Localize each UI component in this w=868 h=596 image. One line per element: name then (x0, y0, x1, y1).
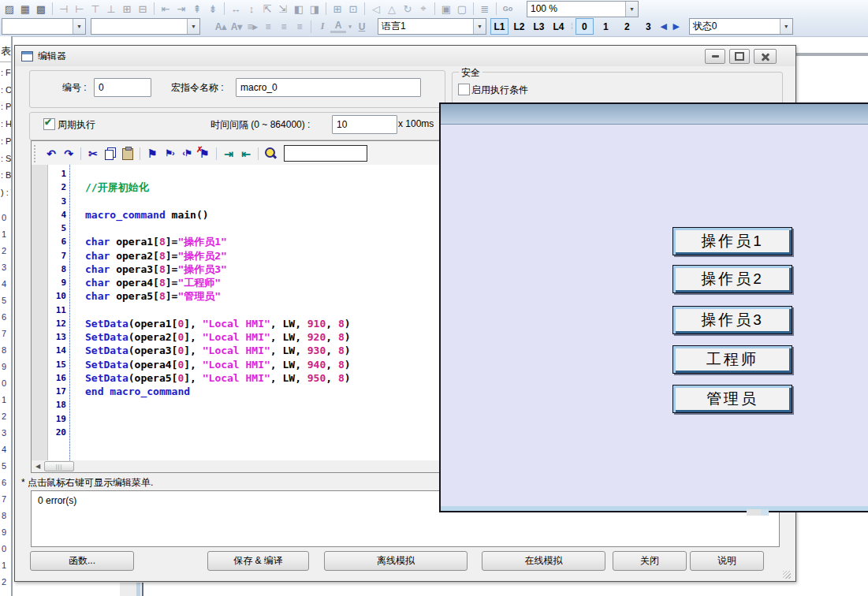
distribute-horizontal-icon[interactable]: ⇤ (158, 2, 173, 16)
code-line[interactable]: SetData(opera1[0], "Local HMI", LW, 910,… (85, 317, 441, 330)
engineer-button[interactable]: 工程师 (672, 345, 792, 374)
sidebar-item-fragment[interactable]: 2 (2, 577, 6, 587)
operator2-button[interactable]: 操作员2 (672, 265, 792, 293)
online-simulation-button[interactable]: 在线模拟 (482, 551, 605, 571)
rotate-icon[interactable]: ↻ (400, 2, 415, 16)
sidebar-item-fragment[interactable]: 8 (2, 345, 6, 355)
redo-icon[interactable]: ↷ (60, 145, 77, 162)
code-line[interactable]: macro_command main() (85, 208, 441, 222)
code-line[interactable] (85, 426, 441, 439)
selection-margin[interactable] (32, 165, 48, 460)
maximize-button[interactable] (729, 49, 750, 64)
macro-name-input[interactable]: macro_0 (236, 78, 421, 97)
chevron-down-icon[interactable]: ▼ (473, 19, 486, 34)
sidebar-item-fragment[interactable]: : Ba (1, 170, 13, 180)
chevron-down-icon[interactable]: ▼ (73, 19, 85, 34)
find-input[interactable] (284, 145, 367, 162)
sidebar-item-fragment[interactable]: 8 (2, 511, 6, 520)
sidebar-item-fragment[interactable]: 0 (2, 213, 6, 222)
font-name-combo[interactable]: ▼ (2, 18, 86, 35)
interval-input[interactable]: 10 (332, 115, 397, 134)
find-icon[interactable] (262, 145, 279, 162)
layer-button-L4[interactable]: L4 (549, 18, 568, 35)
snap-grid-icon[interactable]: ⊞ (330, 2, 345, 16)
code-line[interactable]: SetData(opera4[0], "Local HMI", LW, 940,… (85, 358, 441, 371)
state-button-1[interactable]: 1 (597, 18, 615, 35)
align-right-icon[interactable]: ⊢ (72, 2, 88, 16)
save-compile-button[interactable]: 保存 & 编译 (207, 551, 309, 571)
sidebar-item-fragment[interactable]: 1 (2, 561, 6, 570)
state-combo[interactable]: 状态0 ▼ (689, 18, 793, 35)
administrator-button[interactable]: 管理员 (672, 385, 792, 413)
chevron-down-icon[interactable]: ▼ (780, 19, 792, 34)
sidebar-item-fragment[interactable]: : St (1, 154, 13, 163)
code-line[interactable]: SetData(opera3[0], "Local HMI", LW, 930,… (85, 344, 441, 357)
group-icon[interactable]: ▣ (438, 2, 454, 16)
close-dialog-button[interactable]: 关闭 (613, 551, 687, 571)
code-line[interactable]: end macro_command (85, 385, 441, 398)
sidebar-item-fragment[interactable]: 3 (2, 428, 6, 438)
font-color-icon[interactable]: A (330, 20, 346, 33)
state-button-3[interactable]: 3 (639, 18, 658, 35)
offline-simulation-button[interactable]: 离线模拟 (324, 551, 468, 571)
font-size-combo[interactable]: ▼ (91, 18, 200, 35)
fill-pattern-icon[interactable]: ▦ (17, 2, 33, 16)
underline-icon[interactable]: U (354, 20, 370, 34)
scrollbar-thumb[interactable]: ||| (44, 461, 74, 471)
align-text-center-icon[interactable]: ≡ (276, 20, 292, 34)
fill-style-icon[interactable]: ▨ (2, 2, 17, 16)
functions-button[interactable]: 函数... (30, 551, 134, 571)
code-line[interactable] (85, 304, 441, 317)
sidebar-item-fragment[interactable]: : Pa (1, 136, 13, 146)
sidebar-item-fragment[interactable]: 2 (2, 412, 6, 421)
pin-icon[interactable]: ⌖ (415, 2, 431, 16)
horizontal-scrollbar[interactable]: ◀ ||| (31, 460, 442, 473)
code-line[interactable] (85, 167, 441, 181)
sidebar-item-fragment[interactable]: 6 (2, 312, 6, 322)
sidebar-item-fragment[interactable]: 0 (2, 378, 6, 388)
state-button-2[interactable]: 2 (618, 18, 636, 35)
background-scrollbar-fragment[interactable] (120, 583, 143, 596)
layer-button-L1[interactable]: L1 (490, 18, 509, 35)
code-line[interactable]: SetData(opera5[0], "Local HMI", LW, 950,… (85, 371, 441, 385)
layer-button-L2[interactable]: L2 (510, 18, 528, 35)
space-across-icon[interactable]: ⇞ (189, 2, 205, 16)
project-tree-sidebar[interactable]: 表 : Fa: Co: PL: HM: Pa: St: Ba) : V01234… (0, 36, 13, 596)
operator1-button[interactable]: 操作员1 (672, 227, 792, 255)
close-button[interactable] (754, 49, 777, 64)
same-height-icon[interactable]: ↕ (244, 2, 259, 16)
sidebar-item-fragment[interactable]: 3 (2, 263, 6, 272)
flip-horizontal-icon[interactable]: ◁ (368, 2, 384, 16)
sidebar-item-fragment[interactable]: 7 (2, 494, 6, 504)
sidebar-item-fragment[interactable]: : HM (1, 119, 13, 129)
next-state-icon[interactable]: ▶ (670, 21, 683, 32)
operator3-button[interactable]: 操作员3 (672, 306, 792, 334)
chevron-down-icon[interactable]: ▾ (346, 20, 354, 34)
nudge-up-left-icon[interactable]: ⇱ (259, 2, 275, 16)
periodic-checkbox[interactable] (43, 118, 55, 130)
go-button[interactable]: Go (500, 5, 516, 13)
ungroup-icon[interactable]: ▢ (454, 2, 470, 16)
code-line[interactable]: char opera1[8]="操作员1" (85, 235, 441, 248)
italic-icon[interactable]: I (315, 20, 330, 34)
code-line[interactable]: char opera4[8]="工程师" (85, 276, 441, 289)
sidebar-tab-fragment[interactable]: 表 (1, 44, 11, 58)
layer-icon[interactable]: ≣ (477, 2, 493, 16)
sidebar-item-fragment[interactable]: : Co (1, 85, 13, 95)
enlarge-font-icon[interactable]: A▴ (213, 20, 229, 34)
paste-icon[interactable] (119, 145, 136, 162)
copy-icon[interactable] (102, 145, 119, 162)
sidebar-item-fragment[interactable]: 4 (2, 445, 6, 454)
help-button[interactable]: 说明 (690, 551, 764, 571)
toolbar-grip[interactable] (34, 145, 39, 162)
align-center-vertical-icon[interactable]: ⊟ (135, 2, 151, 16)
state-button-0[interactable]: 0 (576, 18, 594, 35)
minimize-button[interactable] (705, 49, 725, 64)
scroll-left-icon[interactable]: ◀ (32, 461, 44, 471)
align-text-left-icon[interactable]: ≡ (260, 20, 276, 34)
sidebar-item-fragment[interactable]: 9 (2, 362, 6, 371)
shrink-font-icon[interactable]: A▾ (229, 20, 244, 34)
macro-id-input[interactable]: 0 (94, 78, 151, 97)
align-center-horizontal-icon[interactable]: ⊞ (119, 2, 135, 16)
layer-button-L3[interactable]: L3 (530, 18, 548, 35)
